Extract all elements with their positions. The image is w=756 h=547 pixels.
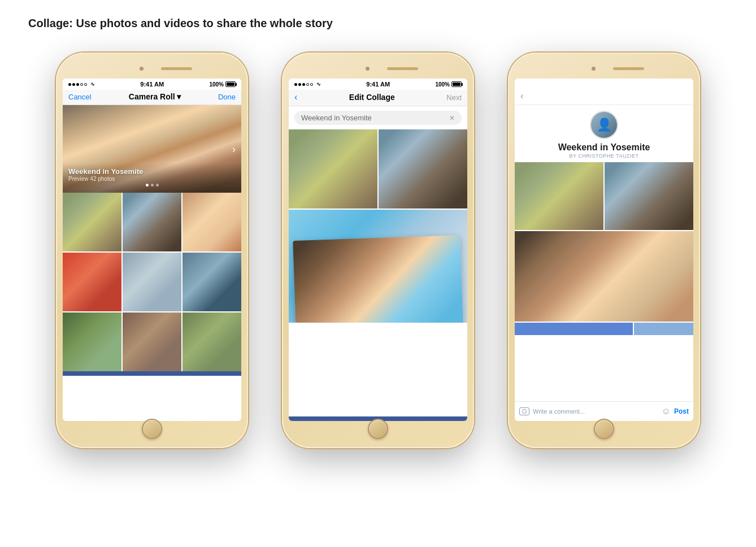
- home-button-3[interactable]: [594, 419, 614, 439]
- phone-2-bottom: [368, 421, 388, 437]
- comment-bar: Write a comment... ☺ Post: [515, 401, 693, 421]
- reaction-bar: [515, 323, 693, 335]
- post-row-1: [515, 162, 693, 230]
- home-button-1[interactable]: [142, 419, 162, 439]
- profile-section: 👤 Weekend in Yosemite BY CHRISTOPHE TAUZ…: [515, 105, 693, 162]
- nav-bar-3: ‹: [515, 89, 693, 105]
- comment-input[interactable]: Write a comment...: [533, 408, 658, 415]
- signal-dots: [68, 83, 87, 86]
- front-camera-icon-1: [140, 67, 144, 71]
- emoji-icon[interactable]: ☺: [662, 406, 671, 416]
- post-img-couple: [605, 162, 693, 230]
- grid-cell-9[interactable]: [183, 312, 241, 371]
- battery-fill-2: [453, 83, 460, 86]
- wifi-icon-1: ∿: [90, 81, 95, 87]
- battery-fill-1: [227, 83, 234, 86]
- signal-dot-4: [80, 83, 83, 86]
- front-camera-icon-3: [592, 67, 596, 71]
- grid-cell-7[interactable]: [63, 312, 121, 371]
- front-camera-icon-2: [366, 67, 370, 71]
- post-title: Weekend in Yosemite: [558, 142, 650, 153]
- cancel-button[interactable]: Cancel: [68, 93, 91, 101]
- phone-3-top: [515, 60, 693, 76]
- nav-bar-2: ‹ Edit Collage Next: [289, 90, 467, 106]
- back-button-2[interactable]: ‹: [294, 92, 297, 102]
- post-img-hiking: [515, 162, 603, 230]
- dots-indicator: [68, 182, 236, 188]
- dot-2: [151, 184, 154, 186]
- post-img-large-selfie: [515, 231, 693, 322]
- collage-img-couple: [379, 129, 467, 209]
- post-button[interactable]: Post: [674, 407, 689, 415]
- signal-wifi-2: ∿: [294, 81, 321, 87]
- collage-img-hiking: [289, 129, 377, 209]
- signal-wifi: ∿: [68, 81, 95, 87]
- next-button[interactable]: Next: [446, 93, 462, 102]
- phones-container: ∿ 9:41 AM 100% Cancel Camera Roll ▾ Done: [23, 53, 733, 448]
- battery-area-1: 100%: [209, 81, 236, 88]
- hero-photo-subtitle: Preview 42 photos: [68, 176, 236, 182]
- signal-dot2-4: [306, 83, 309, 86]
- collage-overlay-photo: [293, 235, 463, 323]
- phone-2-edit-collage: ∿ 9:41 AM 100% ‹ Edit Collage Next Weeke…: [282, 53, 474, 448]
- reaction-blue: [515, 323, 633, 335]
- phone-1-top: [63, 60, 241, 76]
- grid-cell-2[interactable]: [123, 193, 181, 251]
- hero-photo-title: Weekend in Yosemite: [68, 167, 236, 176]
- signal-dot2-1: [294, 83, 297, 86]
- signal-dots-2: [294, 83, 313, 86]
- wifi-icon-2: ∿: [316, 81, 321, 87]
- battery-area-2: 100%: [435, 81, 462, 88]
- grid-cell-4[interactable]: [63, 253, 121, 311]
- battery-percent-2: 100%: [435, 81, 450, 88]
- speaker-bar-2: [387, 67, 418, 70]
- battery-percent-1: 100%: [209, 81, 224, 88]
- phone-2-screen: ∿ 9:41 AM 100% ‹ Edit Collage Next Weeke…: [289, 79, 467, 421]
- dropdown-chevron[interactable]: ▾: [177, 92, 181, 101]
- post-author: BY CHRISTOPHE TAUZIET: [570, 153, 639, 159]
- nav-bar-1: Cancel Camera Roll ▾ Done: [63, 90, 241, 105]
- phone-2-top: [289, 60, 467, 76]
- post-collage: [515, 162, 693, 401]
- phone-3-screen: ‹ 👤 Weekend in Yosemite BY CHRISTOPHE TA…: [515, 79, 693, 421]
- status-bar-2: ∿ 9:41 AM 100%: [289, 79, 467, 90]
- phone-3-bottom: [594, 421, 614, 437]
- collage-title-field[interactable]: Weekend in Yosemite ✕: [294, 111, 462, 125]
- grid-cell-8[interactable]: [123, 312, 181, 371]
- photo-grid: [63, 193, 241, 371]
- collage-grid: [289, 129, 467, 416]
- hero-overlay: Weekend in Yosemite Preview 42 photos: [63, 163, 241, 193]
- signal-dot-1: [68, 83, 71, 86]
- signal-dot2-2: [298, 83, 301, 86]
- collage-img-large: [289, 210, 467, 323]
- speaker-bar-1: [161, 67, 192, 70]
- bottom-blue-bar-1: [63, 371, 241, 376]
- grid-cell-5[interactable]: [123, 253, 181, 311]
- grid-cell-3[interactable]: [183, 193, 241, 251]
- avatar-icon: 👤: [597, 118, 612, 132]
- reaction-light-blue: [634, 323, 693, 335]
- dot-3: [156, 184, 159, 186]
- grid-cell-1[interactable]: [63, 193, 121, 251]
- profile-avatar: 👤: [590, 111, 618, 139]
- camera-roll-title: Camera Roll ▾: [129, 92, 181, 101]
- signal-dot2-5: [310, 83, 313, 86]
- home-button-2[interactable]: [368, 419, 388, 439]
- signal-dot-2: [72, 83, 75, 86]
- phone-1-bottom: [142, 421, 162, 437]
- phone-1-camera-roll: ∿ 9:41 AM 100% Cancel Camera Roll ▾ Done: [56, 53, 248, 448]
- signal-dot-5: [84, 83, 87, 86]
- clear-title-icon[interactable]: ✕: [449, 114, 455, 122]
- grid-cell-6[interactable]: [183, 253, 241, 311]
- collage-row-1: [289, 129, 467, 209]
- status-bar-3: [515, 79, 693, 89]
- back-button-3[interactable]: ‹: [520, 91, 523, 101]
- hero-photo: Weekend in Yosemite Preview 42 photos ›: [63, 105, 241, 193]
- done-button[interactable]: Done: [218, 93, 236, 101]
- status-time-2: 9:41 AM: [366, 81, 390, 88]
- hero-arrow-icon: ›: [232, 143, 236, 155]
- battery-icon-2: [451, 81, 462, 87]
- status-time-1: 9:41 AM: [140, 81, 164, 88]
- camera-comment-icon[interactable]: [519, 407, 529, 415]
- signal-dot-3: [76, 83, 79, 86]
